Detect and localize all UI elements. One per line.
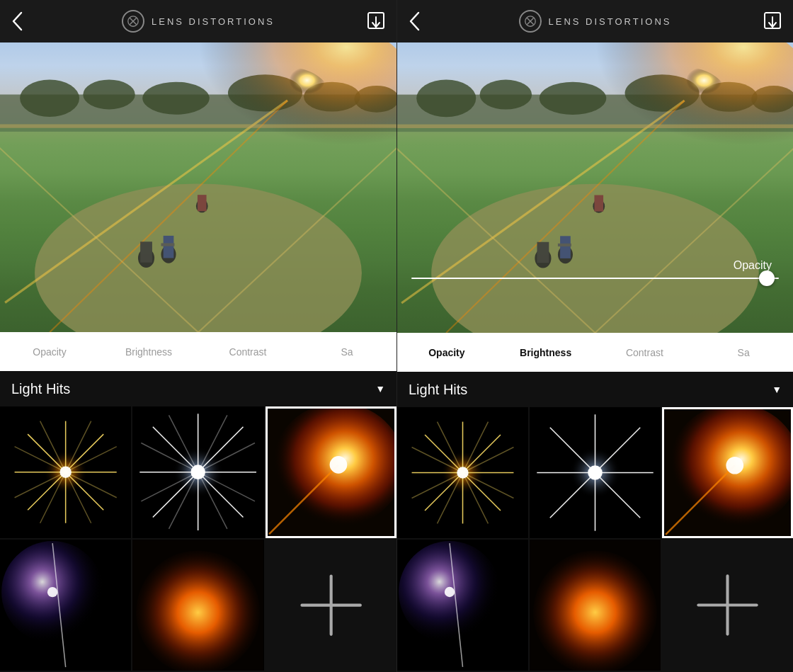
right-controls-bar: Opacity Brightness Contrast Sa bbox=[397, 333, 793, 372]
svg-point-12 bbox=[354, 86, 396, 113]
svg-point-16 bbox=[243, 67, 332, 134]
svg-rect-5 bbox=[0, 42, 396, 132]
right-control-contrast[interactable]: Contrast bbox=[595, 333, 695, 372]
left-app-title: LENS DISTORTIONS bbox=[152, 16, 275, 27]
svg-point-118 bbox=[445, 587, 455, 597]
svg-rect-26 bbox=[0, 124, 396, 127]
right-light-hits-section: Light Hits ▼ bbox=[397, 372, 793, 672]
svg-line-82 bbox=[446, 101, 684, 333]
svg-rect-70 bbox=[397, 95, 793, 132]
left-light-hits-chevron[interactable]: ▼ bbox=[375, 383, 385, 394]
right-effects-grid bbox=[397, 407, 793, 672]
right-app-title: LENS DISTORTIONS bbox=[549, 16, 672, 27]
svg-point-88 bbox=[593, 200, 605, 213]
left-baseball-bg bbox=[0, 42, 396, 332]
left-back-button[interactable] bbox=[11, 11, 37, 31]
right-effect-1[interactable] bbox=[397, 407, 528, 538]
left-effect-4[interactable] bbox=[0, 540, 131, 671]
right-panel: LENS DISTORTIONS bbox=[396, 0, 793, 672]
left-panel: LENS DISTORTIONS bbox=[0, 0, 396, 672]
svg-rect-25 bbox=[198, 195, 207, 211]
right-back-button[interactable] bbox=[409, 11, 434, 31]
svg-rect-20 bbox=[164, 236, 174, 258]
svg-rect-78 bbox=[397, 125, 793, 333]
svg-point-73 bbox=[540, 82, 607, 115]
right-header: LENS DISTORTIONS bbox=[397, 0, 793, 42]
svg-point-80 bbox=[640, 67, 729, 135]
right-header-center: LENS DISTORTIONS bbox=[519, 10, 672, 33]
svg-rect-14 bbox=[0, 124, 396, 332]
svg-rect-23 bbox=[140, 241, 152, 262]
svg-point-54 bbox=[329, 456, 347, 474]
left-control-opacity[interactable]: Opacity bbox=[0, 332, 99, 371]
svg-point-71 bbox=[416, 80, 476, 118]
right-effect-2[interactable] bbox=[530, 407, 661, 538]
left-header: LENS DISTORTIONS bbox=[0, 0, 396, 42]
right-opacity-thumb[interactable] bbox=[759, 270, 775, 286]
left-effect-1[interactable] bbox=[0, 406, 131, 537]
left-light-hits-header: Light Hits ▼ bbox=[0, 371, 396, 406]
right-add-effect-button[interactable] bbox=[662, 540, 793, 671]
right-effect-3[interactable] bbox=[662, 407, 793, 538]
left-header-center: LENS DISTORTIONS bbox=[122, 10, 275, 33]
right-control-opacity[interactable]: Opacity bbox=[397, 333, 496, 372]
svg-rect-21 bbox=[161, 243, 175, 246]
svg-point-8 bbox=[83, 79, 135, 109]
right-logo bbox=[519, 10, 542, 33]
svg-line-28 bbox=[198, 139, 396, 332]
svg-point-24 bbox=[196, 199, 208, 212]
left-light-hits-title: Light Hits bbox=[11, 381, 70, 397]
svg-point-19 bbox=[161, 246, 176, 263]
svg-line-27 bbox=[0, 139, 198, 332]
left-effects-grid bbox=[0, 406, 396, 672]
right-opacity-overlay: Opacity bbox=[397, 248, 793, 290]
left-effect-5[interactable] bbox=[132, 540, 263, 671]
left-download-button[interactable] bbox=[360, 11, 385, 31]
left-effect-3[interactable] bbox=[266, 406, 396, 537]
svg-rect-90 bbox=[397, 125, 793, 128]
svg-line-92 bbox=[595, 139, 794, 333]
right-download-button[interactable] bbox=[756, 11, 782, 31]
svg-point-114 bbox=[726, 457, 743, 474]
svg-point-103 bbox=[457, 467, 468, 478]
right-effect-5[interactable] bbox=[530, 540, 661, 671]
svg-line-17 bbox=[5, 101, 287, 302]
right-opacity-slider[interactable] bbox=[411, 278, 779, 279]
left-control-contrast[interactable]: Contrast bbox=[198, 332, 297, 371]
svg-point-39 bbox=[59, 467, 71, 478]
svg-point-60 bbox=[136, 550, 260, 671]
left-add-effect-button[interactable] bbox=[266, 540, 396, 671]
svg-rect-6 bbox=[0, 94, 396, 131]
left-controls-bar: Opacity Brightness Contrast Sa bbox=[0, 332, 396, 371]
left-control-brightness[interactable]: Brightness bbox=[99, 332, 198, 371]
svg-line-91 bbox=[397, 139, 595, 333]
right-light-hits-header: Light Hits ▼ bbox=[397, 372, 793, 407]
svg-point-72 bbox=[480, 80, 532, 110]
svg-point-13 bbox=[35, 183, 362, 332]
svg-point-79 bbox=[550, 42, 793, 190]
right-light-hits-title: Light Hits bbox=[409, 382, 467, 398]
svg-point-22 bbox=[138, 249, 154, 268]
left-control-saturation[interactable]: Sa bbox=[297, 332, 396, 371]
svg-point-120 bbox=[533, 550, 657, 671]
left-light-hits-section: Light Hits ▼ bbox=[0, 371, 396, 672]
left-effect-2[interactable] bbox=[132, 406, 263, 537]
right-effect-4[interactable] bbox=[397, 540, 528, 671]
left-image-area bbox=[0, 42, 396, 332]
right-light-hits-chevron[interactable]: ▼ bbox=[772, 384, 782, 395]
svg-point-76 bbox=[751, 86, 793, 113]
svg-point-50 bbox=[191, 465, 206, 480]
svg-rect-69 bbox=[397, 42, 793, 132]
right-image-area: Opacity bbox=[397, 42, 793, 333]
right-control-brightness[interactable]: Brightness bbox=[496, 333, 595, 372]
svg-point-58 bbox=[47, 587, 57, 597]
svg-rect-85 bbox=[558, 244, 571, 246]
right-control-saturation[interactable]: Sa bbox=[694, 333, 793, 372]
svg-point-110 bbox=[588, 465, 603, 480]
svg-point-7 bbox=[20, 79, 79, 116]
svg-point-10 bbox=[228, 74, 302, 111]
svg-point-9 bbox=[142, 82, 209, 115]
svg-point-15 bbox=[154, 42, 396, 190]
left-logo bbox=[122, 10, 144, 33]
svg-point-75 bbox=[701, 82, 758, 112]
